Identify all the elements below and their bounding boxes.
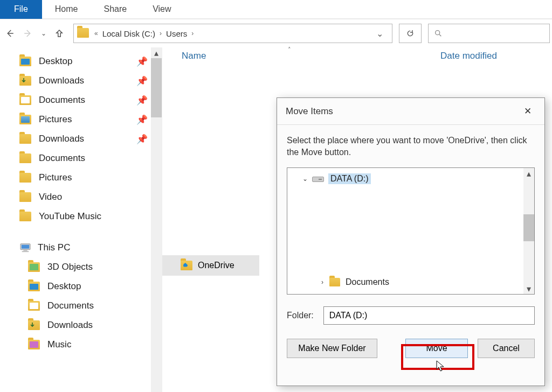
scroll-up-icon[interactable]: ▴ (151, 47, 162, 58)
folder-icon (19, 115, 31, 124)
folder-icon (19, 153, 31, 163)
sidebar-item-youtube[interactable]: YouTube Music (19, 207, 162, 226)
sidebar-item-downloads2[interactable]: Downloads📌 (19, 129, 162, 149)
sidebar-item-label: Documents (39, 95, 85, 106)
tree-item[interactable]: › Documents (287, 275, 523, 290)
folder-tree[interactable]: ⌄ DATA (D:) › Documents ▴ ▾ (287, 167, 535, 295)
sidebar-item-music[interactable]: Music (19, 335, 162, 354)
sidebar-item-label: Desktop (47, 281, 81, 292)
pin-icon: 📌 (136, 56, 148, 67)
sidebar-item-3dobjects[interactable]: 3D Objects (19, 257, 162, 277)
folder-input[interactable] (323, 306, 535, 325)
chevron-right-icon: › (160, 30, 162, 37)
sidebar-item-label: Downloads (39, 75, 84, 86)
pin-icon: 📌 (136, 75, 148, 87)
address-bar[interactable]: « Local Disk (C:) › Users › ⌄ (73, 24, 392, 43)
tab-file[interactable]: File (0, 0, 42, 19)
scroll-thumb[interactable] (151, 58, 162, 117)
tree-scrollbar[interactable]: ▴ ▾ (523, 168, 534, 294)
sidebar-scrollbar[interactable]: ▴ (151, 47, 162, 392)
sort-indicator-icon: ˄ (288, 46, 291, 53)
folder-icon (19, 192, 31, 202)
scroll-up-icon[interactable]: ▴ (523, 168, 534, 179)
column-name[interactable]: Name (182, 51, 440, 61)
sidebar-item-label: This PC (38, 242, 70, 253)
svg-rect-2 (22, 245, 29, 249)
column-date[interactable]: Date modified (440, 51, 497, 61)
navigation-pane: Desktop📌 Downloads📌 Documents📌 Pictures📌… (0, 47, 162, 392)
sidebar-item-video[interactable]: Video (19, 187, 162, 207)
back-button[interactable] (2, 25, 17, 42)
folder-icon (28, 301, 40, 311)
pc-icon (19, 243, 31, 253)
move-button[interactable]: Move (405, 339, 468, 358)
sidebar-item-label: Documents (47, 300, 94, 311)
cancel-button[interactable]: Cancel (478, 339, 535, 358)
breadcrumb-part[interactable]: Users (164, 28, 189, 39)
breadcrumb-part[interactable]: Local Disk (C:) (100, 28, 157, 39)
ribbon: File Home Share View (0, 0, 552, 19)
refresh-button[interactable] (399, 24, 422, 43)
column-headers: Name Date modified (162, 47, 552, 67)
pin-icon: 📌 (136, 114, 148, 125)
folder-icon (28, 262, 40, 272)
dialog-title: Move Items (286, 106, 333, 117)
pin-icon: 📌 (136, 95, 148, 106)
nav-row: ⌄ « Local Disk (C:) › Users › ⌄ (0, 19, 552, 47)
folder-icon (329, 278, 340, 286)
search-input[interactable] (428, 24, 550, 43)
address-dropdown[interactable]: ⌄ (371, 29, 389, 39)
folder-icon (19, 173, 31, 183)
sidebar-item-pictures[interactable]: Pictures📌 (19, 110, 162, 129)
close-button[interactable]: ✕ (520, 103, 536, 119)
folder-row: Folder: (287, 306, 535, 325)
sidebar-item-label: Downloads (39, 134, 84, 144)
drive-icon (312, 175, 324, 183)
sidebar-item-desktop[interactable]: Desktop📌 (19, 52, 162, 71)
tab-share[interactable]: Share (91, 0, 140, 19)
folder-icon (28, 320, 40, 330)
tree-item-label: Documents (346, 277, 389, 287)
make-new-folder-button[interactable]: Make New Folder (287, 339, 377, 358)
collapse-icon[interactable]: ⌄ (301, 175, 309, 183)
sidebar-item-desktop2[interactable]: Desktop (19, 277, 162, 296)
sidebar-item-downloads[interactable]: Downloads📌 (19, 71, 162, 90)
tree-item-label: DATA (D:) (328, 173, 371, 184)
scroll-thumb[interactable] (523, 214, 534, 241)
folder-label: Folder: (287, 311, 314, 320)
dialog-body: Select the place where you want to move … (277, 125, 544, 386)
svg-rect-4 (22, 251, 29, 252)
dialog-buttons: Make New Folder Move Cancel (287, 339, 535, 358)
move-items-dialog: Move Items ✕ Select the place where you … (277, 97, 545, 386)
folder-icon (28, 340, 40, 349)
folder-icon (19, 76, 31, 86)
sidebar-item-pictures2[interactable]: Pictures (19, 168, 162, 187)
svg-rect-3 (23, 250, 27, 251)
file-name: OneDrive (198, 261, 234, 270)
forward-button[interactable] (20, 25, 36, 42)
dialog-message: Select the place where you want to move … (287, 135, 535, 158)
chevron-left-icon: « (94, 30, 98, 37)
dialog-titlebar: Move Items ✕ (277, 98, 544, 125)
scroll-down-icon[interactable]: ▾ (523, 283, 534, 294)
sidebar-item-label: Video (39, 192, 62, 202)
sidebar-item-documents2[interactable]: Documents (19, 149, 162, 168)
folder-icon (19, 57, 31, 66)
tree-item-selected[interactable]: ⌄ DATA (D:) (287, 171, 534, 186)
folder-icon (181, 261, 192, 270)
sidebar-item-label: Documents (39, 153, 85, 164)
sidebar-item-downloads3[interactable]: Downloads (19, 316, 162, 335)
sidebar-item-documents[interactable]: Documents📌 (19, 90, 162, 110)
list-item[interactable]: OneDrive (162, 255, 259, 276)
expand-icon[interactable]: › (319, 278, 326, 286)
folder-icon (77, 28, 88, 39)
sidebar-this-pc[interactable]: This PC (19, 238, 162, 257)
tab-view[interactable]: View (140, 0, 184, 19)
tab-home[interactable]: Home (42, 0, 91, 19)
sidebar-item-documents3[interactable]: Documents (19, 296, 162, 316)
pin-icon: 📌 (136, 134, 148, 145)
recent-dropdown[interactable]: ⌄ (39, 25, 49, 42)
folder-icon (19, 212, 31, 221)
up-button[interactable] (52, 25, 67, 42)
sidebar-item-label: Pictures (39, 114, 72, 125)
